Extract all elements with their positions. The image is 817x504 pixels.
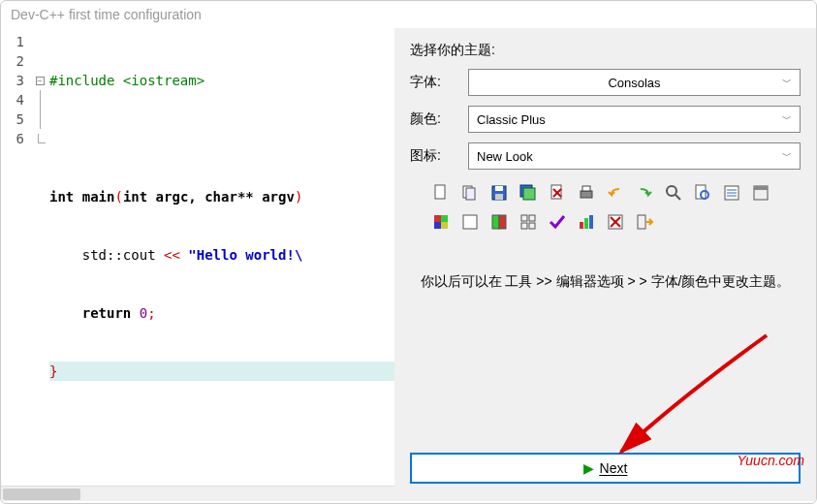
svg-rect-29 [499, 215, 506, 229]
delete-icon [604, 210, 627, 234]
svg-rect-27 [463, 215, 477, 229]
chevron-down-icon: ﹀ [782, 149, 792, 163]
fold-column: − [30, 28, 49, 486]
color-label: 颜色: [410, 110, 468, 128]
svg-rect-33 [529, 223, 535, 229]
svg-rect-35 [584, 218, 588, 229]
icon-preview-grid [429, 181, 798, 234]
save-icon [487, 181, 511, 205]
svg-point-13 [667, 186, 676, 196]
close-file-icon [546, 181, 569, 205]
check-icon [546, 210, 569, 234]
svg-rect-40 [638, 215, 645, 229]
print-icon [575, 181, 598, 205]
svg-rect-25 [434, 222, 441, 229]
chart-icon [575, 210, 598, 234]
grid-colors-icon [429, 210, 453, 234]
window-icon [458, 210, 482, 234]
colors-2-icon [487, 210, 511, 234]
new-many-icon [458, 181, 482, 205]
svg-line-14 [676, 195, 680, 200]
save-all-icon [517, 181, 540, 205]
theme-panel: 选择你的主题: 字体: Consolas ﹀ 颜色: Classic Plus … [394, 28, 816, 501]
font-combobox[interactable]: Consolas ﹀ [468, 69, 801, 96]
watermark: Yuucn.com [737, 453, 804, 468]
search-doc-icon [691, 181, 714, 205]
svg-rect-23 [434, 215, 441, 222]
horizontal-scrollbar[interactable] [1, 486, 394, 501]
redo-icon [633, 181, 656, 205]
svg-rect-28 [492, 215, 499, 229]
svg-rect-31 [529, 215, 535, 221]
grid-4-icon [517, 210, 540, 234]
svg-rect-30 [521, 215, 527, 221]
color-combobox[interactable]: Classic Plus ﹀ [468, 106, 801, 133]
hint-text: 你以后可以在 工具 >> 编辑器选项 > > 字体/颜色中更改主题。 [410, 270, 801, 292]
svg-rect-36 [589, 215, 593, 229]
window-title: Dev-C++ first time configuration [1, 1, 816, 28]
icon-combobox[interactable]: New Look ﹀ [468, 142, 801, 170]
new-file-icon [429, 181, 453, 205]
exit-icon [633, 210, 656, 234]
chevron-down-icon: ﹀ [782, 112, 792, 126]
icon-label: 图标: [410, 147, 468, 165]
svg-rect-12 [582, 186, 590, 191]
svg-rect-5 [495, 194, 503, 200]
svg-rect-26 [441, 222, 448, 229]
play-icon: ▶ [583, 460, 594, 476]
svg-rect-11 [581, 191, 592, 198]
search-icon [662, 181, 685, 205]
svg-rect-4 [495, 186, 503, 191]
svg-rect-32 [521, 223, 527, 229]
code-area[interactable]: #include <iostream> int main(int argc, c… [49, 28, 394, 486]
svg-rect-22 [754, 186, 768, 190]
props-icon [749, 181, 772, 205]
fold-toggle-icon[interactable]: − [36, 77, 45, 85]
theme-group-label: 选择你的主题: [410, 42, 801, 59]
svg-rect-34 [580, 222, 583, 229]
font-label: 字体: [410, 74, 468, 91]
list-icon [720, 181, 743, 205]
code-editor: 1 2 3 4 5 6 − #include <iostream> int ma… [1, 28, 394, 501]
svg-rect-2 [466, 188, 475, 200]
svg-rect-7 [523, 188, 535, 200]
svg-rect-24 [441, 215, 448, 222]
line-gutter: 1 2 3 4 5 6 [1, 28, 30, 486]
undo-icon [604, 181, 627, 205]
chevron-down-icon: ﹀ [782, 76, 792, 89]
svg-rect-0 [435, 185, 445, 199]
